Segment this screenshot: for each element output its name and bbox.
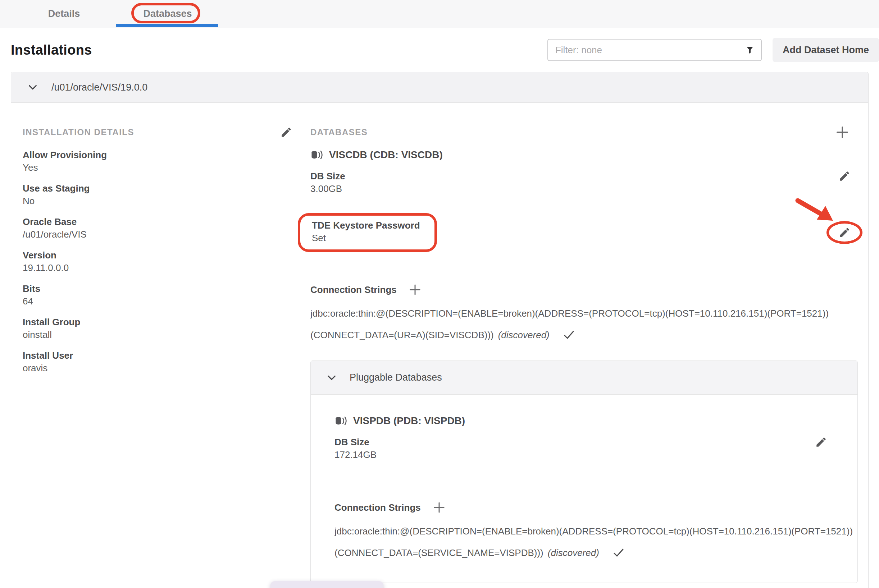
field-value: /u01/oracle/VIS — [23, 228, 292, 241]
annotation-box-tde: TDE Keystore Password Set — [298, 213, 437, 252]
page-title: Installations — [11, 42, 92, 58]
edit-pencil-icon — [815, 436, 827, 448]
cdb-connection-strings-head: Connection Strings — [310, 282, 860, 297]
add-connection-string-button[interactable] — [407, 282, 422, 297]
pdb-connection-strings-head: Connection Strings — [335, 500, 834, 515]
partial-bottom-button[interactable] — [270, 581, 383, 588]
tde-label: TDE Keystore Password — [312, 219, 420, 232]
tab-details-label: Details — [48, 8, 80, 20]
discovered-note: (discovered) — [498, 329, 550, 342]
chevron-down-icon — [326, 372, 337, 384]
field-allow-provisioning: Allow Provisioning Yes — [23, 149, 292, 174]
installation-card: /u01/oracle/VIS/19.0.0 INSTALLATION DETA… — [11, 72, 868, 588]
connection-strings-label: Connection Strings — [310, 284, 397, 296]
filter-input[interactable] — [555, 45, 745, 56]
head-actions: Add Dataset Home — [547, 38, 879, 62]
filter-funnel-icon — [745, 45, 754, 55]
check-icon — [612, 546, 625, 559]
databases-column: DATABASES VISCDB (CDB: VISCDB) DB Size 3… — [310, 126, 860, 583]
plus-icon — [431, 500, 447, 515]
installation-details-heading: INSTALLATION DETAILS — [23, 127, 134, 137]
active-tab-underline — [116, 24, 218, 27]
field-version: Version 19.11.0.0.0 — [23, 249, 292, 274]
chevron-down-icon — [27, 82, 39, 93]
tab-databases[interactable]: Databases — [116, 0, 219, 28]
pluggable-databases-body: VISPDB (PDB: VISPDB) DB Size 172.14GB — [311, 394, 857, 583]
discovered-note: (discovered) — [548, 547, 599, 559]
tab-bar: Details Databases — [0, 0, 879, 28]
tde-edit-area — [838, 226, 850, 238]
plus-icon — [407, 282, 422, 297]
pdb-jdbc-line1: jdbc:oracle:thin:@(DESCRIPTION=(ENABLE=b… — [335, 525, 834, 538]
db-size-value: 3.00GB — [310, 183, 345, 195]
tde-row: TDE Keystore Password Set — [310, 213, 860, 252]
cdb-jdbc-line2: (CONNECT_DATA=(UR=A)(SID=VISCDB))) (disc… — [310, 328, 860, 342]
field-bits: Bits 64 — [23, 282, 292, 308]
pdb-jdbc-line2-text: (CONNECT_DATA=(SERVICE_NAME=VISPDB))) — [335, 547, 544, 559]
field-value: Yes — [23, 161, 292, 174]
add-dataset-home-button[interactable]: Add Dataset Home — [772, 38, 879, 62]
field-oracle-base: Oracle Base /u01/oracle/VIS — [23, 216, 292, 241]
databases-heading: DATABASES — [310, 127, 368, 137]
db-size-value: 172.14GB — [335, 448, 377, 461]
field-value: No — [23, 195, 292, 207]
pdb-name-row: VISPDB (PDB: VISPDB) — [335, 415, 834, 430]
pluggable-databases-label: Pluggable Databases — [350, 372, 442, 383]
installation-details-column: INSTALLATION DETAILS Allow Provisioning … — [23, 126, 292, 583]
field-label: Version — [23, 249, 292, 262]
cdb-jdbc-line1: jdbc:oracle:thin:@(DESCRIPTION=(ENABLE=b… — [310, 307, 860, 320]
field-value: 64 — [23, 295, 292, 308]
database-icon — [335, 416, 347, 426]
screen: Details Databases Installations Add Data… — [0, 0, 879, 588]
tab-databases-label: Databases — [143, 8, 192, 20]
add-connection-string-button[interactable] — [431, 500, 447, 515]
field-install-group: Install Group oinstall — [23, 316, 292, 341]
pdb-name: VISPDB (PDB: VISPDB) — [353, 415, 465, 427]
field-label: Install User — [23, 350, 292, 362]
field-label: Install Group — [23, 316, 292, 328]
filter-box[interactable] — [547, 39, 762, 61]
page-head: Installations Add Dataset Home — [0, 28, 879, 72]
field-label: Bits — [23, 282, 292, 295]
edit-tde-keystore-button[interactable] — [838, 226, 850, 238]
pdb-jdbc-line2: (CONNECT_DATA=(SERVICE_NAME=VISPDB))) (d… — [335, 546, 834, 559]
field-label: Oracle Base — [23, 216, 292, 228]
plus-icon — [834, 124, 850, 141]
installation-path: /u01/oracle/VIS/19.0.0 — [51, 82, 147, 93]
field-value: 19.11.0.0.0 — [23, 262, 292, 274]
field-install-user: Install User oravis — [23, 350, 292, 375]
cdb-db-size-row: DB Size 3.00GB — [310, 170, 860, 195]
field-label: Use as Staging — [23, 182, 292, 195]
cdb-name: VISCDB (CDB: VISCDB) — [329, 149, 443, 161]
field-use-as-staging: Use as Staging No — [23, 182, 292, 207]
cdb-jdbc-line2-text: (CONNECT_DATA=(UR=A)(SID=VISCDB))) — [310, 329, 494, 342]
edit-pencil-icon — [838, 226, 850, 238]
pdb-db-size-row: DB Size 172.14GB — [335, 436, 834, 461]
edit-pdb-db-size-button[interactable] — [815, 436, 827, 448]
field-value: oinstall — [23, 328, 292, 341]
database-icon — [310, 150, 323, 160]
connection-strings-label: Connection Strings — [335, 501, 421, 514]
installation-body: INSTALLATION DETAILS Allow Provisioning … — [11, 103, 868, 583]
edit-pencil-icon — [280, 126, 292, 138]
pluggable-databases-card: Pluggable Databases VISPDB (PDB: VISPDB)… — [310, 360, 858, 583]
tab-details[interactable]: Details — [12, 0, 116, 28]
pluggable-databases-header[interactable]: Pluggable Databases — [311, 361, 857, 394]
edit-pencil-icon — [838, 170, 850, 182]
cdb-name-row: VISCDB (CDB: VISCDB) — [310, 149, 860, 164]
edit-db-size-button[interactable] — [838, 170, 850, 182]
db-size-label: DB Size — [335, 436, 377, 448]
db-size-label: DB Size — [310, 170, 345, 183]
field-value: oravis — [23, 362, 292, 375]
tde-value: Set — [312, 232, 420, 244]
field-label: Allow Provisioning — [23, 149, 292, 161]
edit-installation-details-button[interactable] — [280, 126, 292, 138]
check-icon — [562, 328, 575, 342]
add-database-button[interactable] — [834, 124, 850, 141]
installation-header[interactable]: /u01/oracle/VIS/19.0.0 — [11, 72, 868, 103]
